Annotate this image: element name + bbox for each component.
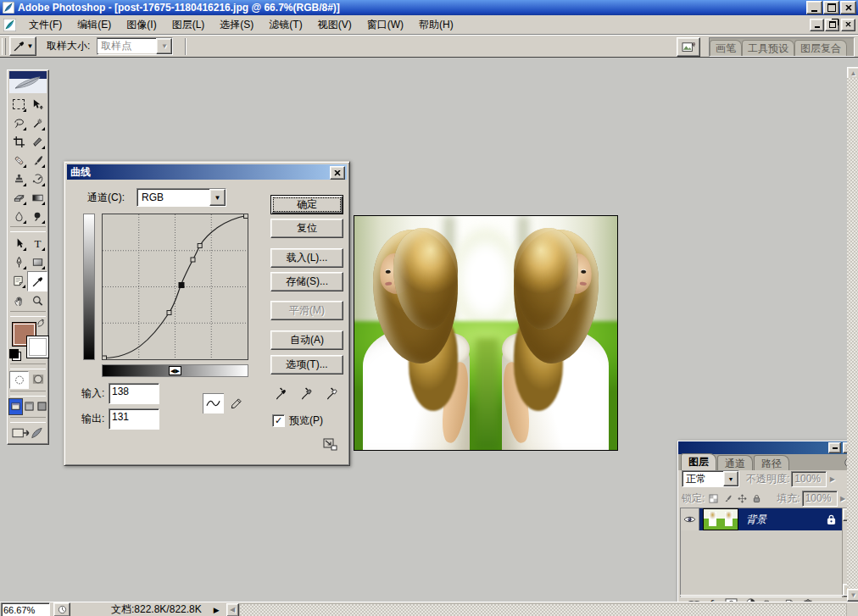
menu-image[interactable]: 图像(I) [119, 15, 164, 35]
tool-rectangular-marquee[interactable] [9, 95, 28, 114]
tool-slice[interactable] [28, 132, 47, 151]
menu-file[interactable]: 文件(F) [21, 15, 70, 35]
palette-minimize-button[interactable] [828, 442, 841, 453]
toolbox-logo[interactable] [9, 71, 47, 93]
lock-transparency-button[interactable] [707, 492, 720, 505]
swap-colors-icon[interactable] [36, 319, 46, 327]
tab-brushes[interactable]: 画笔 [710, 40, 742, 56]
opacity-spinner[interactable]: ▶ [827, 472, 838, 486]
vertical-scroll-track[interactable] [847, 78, 858, 591]
doc-close-button[interactable] [841, 19, 855, 31]
layers-palette-titlebar[interactable] [678, 441, 857, 454]
fullscreen-mode-button[interactable] [36, 398, 48, 413]
scroll-down-button[interactable]: ▼ [847, 589, 858, 602]
tool-brush[interactable] [28, 151, 47, 169]
tool-path-selection[interactable] [9, 234, 28, 253]
menu-filter[interactable]: 滤镜(T) [261, 15, 309, 35]
tool-gradient[interactable] [28, 188, 47, 207]
options-button[interactable]: 选项(T)... [270, 355, 343, 375]
white-point-eyedropper[interactable] [325, 386, 338, 402]
layer-row-background[interactable]: 背景 [681, 508, 844, 530]
menu-help[interactable]: 帮助(H) [411, 15, 461, 35]
menu-edit[interactable]: 编辑(E) [70, 15, 119, 35]
gradient-flip-arrows-icon[interactable]: ◀▶ [169, 366, 181, 375]
curves-close-button[interactable] [330, 166, 345, 180]
curve-point[interactable] [167, 311, 171, 315]
tool-crop[interactable] [9, 132, 28, 151]
curve-point-start[interactable] [103, 356, 107, 359]
close-button[interactable] [840, 1, 856, 14]
standard-mode-button[interactable] [9, 371, 29, 389]
load-button[interactable]: 载入(L)... [270, 248, 343, 268]
options-bar-grip[interactable] [2, 38, 6, 55]
tool-type[interactable]: T [28, 234, 47, 253]
lock-all-button[interactable] [750, 492, 763, 505]
status-menu-arrow-icon[interactable]: ▶ [214, 606, 220, 614]
tool-history-brush[interactable] [28, 169, 47, 188]
hscroll-left-button[interactable]: ◀ [226, 603, 239, 616]
ok-button[interactable]: 确定 [270, 195, 343, 214]
tool-eyedropper[interactable] [27, 271, 47, 291]
menu-view[interactable]: 视图(V) [310, 15, 359, 35]
save-button[interactable]: 存储(S)... [270, 272, 343, 291]
tab-layer-comps[interactable]: 图层复合 [794, 40, 847, 56]
dialog-resize-icon[interactable] [323, 438, 338, 452]
tool-zoom[interactable] [28, 291, 47, 310]
current-tool-button[interactable]: ▼ [9, 36, 36, 56]
auto-button[interactable]: 自动(A) [270, 330, 343, 350]
input-field[interactable]: 138 [109, 383, 159, 404]
horizontal-scroll-track[interactable] [239, 603, 847, 616]
lock-position-button[interactable] [736, 492, 749, 505]
curve-point-selected[interactable] [179, 283, 184, 288]
tool-dodge[interactable] [28, 207, 47, 225]
zoom-percentage-field[interactable]: 66.67% [1, 602, 50, 616]
tool-clone-stamp[interactable] [9, 169, 28, 188]
default-colors-icon[interactable] [9, 349, 19, 358]
sample-size-dropdown-button[interactable]: ▼ [156, 38, 172, 54]
tool-hand[interactable] [9, 291, 28, 310]
output-field[interactable]: 131 [109, 408, 159, 430]
curve-point[interactable] [191, 258, 195, 262]
fill-field[interactable]: 100% [802, 491, 838, 507]
curve-grid[interactable] [102, 214, 248, 360]
status-preview-button[interactable] [53, 602, 70, 616]
tool-notes[interactable] [8, 271, 27, 290]
layer-thumbnail[interactable] [703, 508, 738, 530]
menu-window[interactable]: 窗口(W) [359, 15, 411, 35]
doc-restore-button[interactable] [825, 19, 839, 31]
reset-button[interactable]: 复位 [270, 219, 343, 238]
curve-tool-button[interactable] [203, 393, 224, 413]
lock-image-button[interactable] [722, 492, 734, 505]
channel-dropdown-button[interactable]: ▼ [209, 189, 226, 206]
background-color-swatch[interactable] [26, 336, 49, 358]
blend-mode-arrow-button[interactable]: ▼ [723, 471, 738, 486]
quick-mask-mode-button[interactable] [29, 371, 47, 387]
curves-dialog-titlebar[interactable]: 曲线 [67, 164, 347, 180]
blend-mode-dropdown[interactable]: 正常 ▼ [682, 470, 739, 487]
tool-eraser[interactable] [9, 188, 28, 207]
tool-move[interactable] [28, 95, 47, 114]
standard-screen-mode-button[interactable] [8, 398, 23, 415]
preview-checkbox[interactable]: ✓ [272, 414, 285, 427]
canvas-image[interactable] [354, 215, 618, 451]
toggle-brushes-palette-button[interactable] [677, 37, 700, 57]
channel-dropdown[interactable]: RGB ▼ [136, 188, 226, 207]
gray-point-eyedropper[interactable] [299, 386, 313, 402]
opacity-field[interactable]: 100% [791, 471, 827, 487]
visibility-cell[interactable] [681, 508, 699, 530]
fullscreen-menubar-mode-button[interactable] [23, 398, 36, 413]
vertical-scrollbar[interactable]: ▲ ▼ [847, 67, 858, 602]
tab-tool-presets[interactable]: 工具预设 [742, 40, 794, 56]
menu-select[interactable]: 选择(S) [212, 15, 261, 35]
jump-to-imageready-button[interactable] [9, 425, 47, 441]
curve-point[interactable] [198, 244, 202, 248]
doc-minimize-button[interactable] [810, 19, 824, 31]
tool-lasso[interactable] [9, 114, 28, 132]
pencil-tool-button[interactable] [226, 393, 247, 413]
curve-point-end[interactable] [244, 214, 248, 219]
sample-size-dropdown[interactable]: 取样点 ▼ [97, 37, 173, 55]
tool-healing-brush[interactable] [9, 151, 28, 169]
tool-magic-wand[interactable] [28, 114, 47, 132]
maximize-button[interactable] [823, 1, 839, 14]
tool-pen[interactable] [9, 253, 28, 271]
